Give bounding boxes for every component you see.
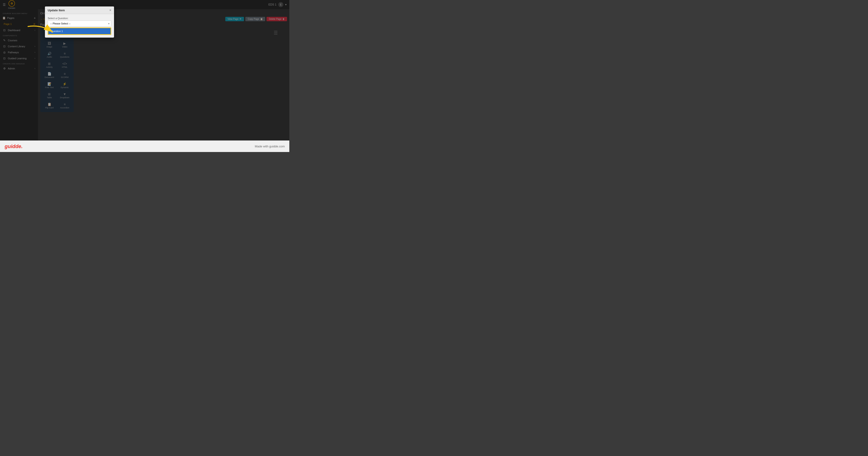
- footer: guidde. Made with guidde.com: [0, 140, 289, 152]
- modal-overlay: [0, 0, 289, 140]
- modal-body: Select a Question: -- Please Select -- Q…: [45, 14, 114, 37]
- footer-logo: guidde.: [5, 143, 23, 149]
- modal-title: Update Item: [48, 8, 65, 12]
- footer-tagline: Made with guidde.com: [255, 145, 285, 148]
- question-1-item[interactable]: Question 1: [49, 28, 111, 34]
- modal-close-button[interactable]: ×: [110, 8, 111, 12]
- select-wrapper: -- Please Select -- Question 1 ▾: [48, 21, 111, 27]
- modal-header: Update Item ×: [45, 6, 114, 14]
- dropdown-list: Question 1: [48, 27, 111, 35]
- question-select[interactable]: -- Please Select -- Question 1: [48, 21, 111, 27]
- select-question-label: Select a Question:: [48, 17, 111, 20]
- update-item-modal: Update Item × Select a Question: -- Plea…: [45, 6, 114, 37]
